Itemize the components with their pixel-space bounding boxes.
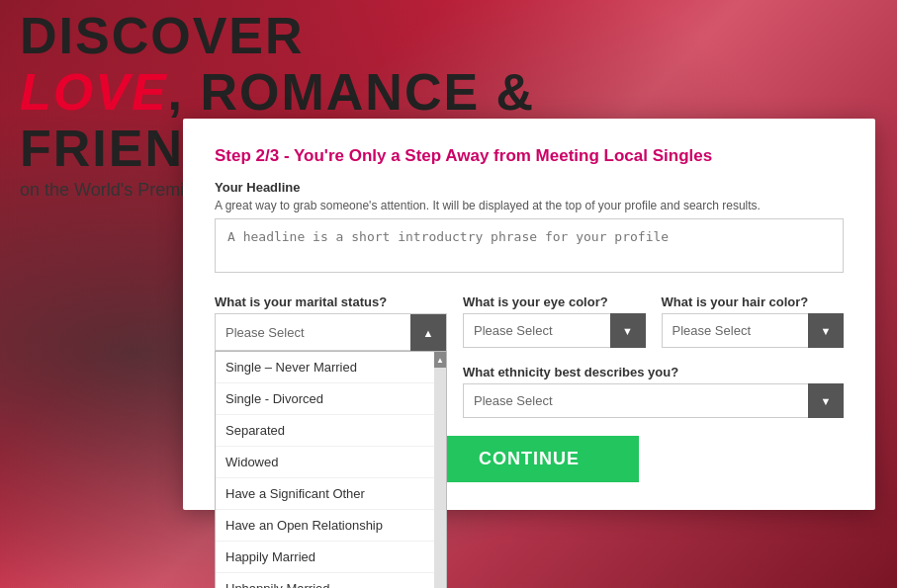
eye-select-wrapper[interactable]: Please Select [463, 313, 646, 348]
hair-select-wrapper[interactable]: Please Select [662, 313, 845, 348]
eye-color-group: What is your eye color? Please Select [463, 294, 646, 348]
headline-input[interactable] [215, 218, 844, 273]
continue-button[interactable]: CONTINUE [419, 436, 639, 482]
eye-label: What is your eye color? [463, 294, 646, 309]
marital-arrow-icon[interactable] [410, 314, 446, 352]
marital-dropdown-list[interactable]: Single – Never Married Single - Divorced… [215, 351, 447, 588]
marital-label: What is your marital status? [215, 294, 447, 309]
ethnicity-select-wrapper[interactable]: Please Select [463, 383, 844, 418]
ethnicity-group: What ethnicity best describes you? Pleas… [463, 365, 844, 418]
headline-label: Your Headline [215, 180, 844, 195]
dropdown-item-happily-married[interactable]: Happily Married [216, 542, 434, 573]
scrollbar-up-icon[interactable]: ▲ [434, 352, 446, 368]
dropdown-item-significant-other[interactable]: Have a Significant Other [216, 478, 434, 510]
dropdown-item-widowed[interactable]: Widowed [216, 447, 434, 478]
form-row-1: What is your marital status? Please Sele… [215, 294, 844, 351]
dropdown-item-single-divorced[interactable]: Single - Divorced [216, 383, 434, 415]
marital-dropdown-container[interactable]: Please Select Single – Never Married Sin… [215, 313, 447, 351]
dropdown-items-wrapper: Single – Never Married Single - Divorced… [216, 352, 434, 588]
hero-love: LOVE [20, 63, 168, 121]
marital-selected-value: Please Select [225, 325, 305, 340]
hair-label: What is your hair color? [662, 294, 845, 309]
step-title: Step 2/3 - You're Only a Step Away from … [215, 146, 844, 166]
signup-modal: Step 2/3 - You're Only a Step Away from … [183, 119, 875, 510]
hair-select[interactable]: Please Select [662, 313, 845, 348]
marital-select-box[interactable]: Please Select [215, 313, 447, 351]
ethnicity-label: What ethnicity best describes you? [463, 365, 844, 379]
headline-sublabel: A great way to grab someone's attention.… [215, 199, 844, 212]
dropdown-scrollbar[interactable]: ▲ ▼ [434, 352, 446, 588]
hero-discover: DISCOVER [20, 7, 305, 64]
marital-group: What is your marital status? Please Sele… [215, 294, 447, 351]
hair-color-group: What is your hair color? Please Select [662, 294, 845, 348]
dropdown-item-separated[interactable]: Separated [216, 415, 434, 447]
eye-select[interactable]: Please Select [463, 313, 646, 348]
dropdown-item-unhappily-married[interactable]: Unhappily Married [216, 573, 434, 588]
dropdown-item-open-relationship[interactable]: Have an Open Relationship [216, 510, 434, 542]
dropdown-item-single-never[interactable]: Single – Never Married [216, 352, 434, 383]
ethnicity-select[interactable]: Please Select [463, 383, 844, 418]
